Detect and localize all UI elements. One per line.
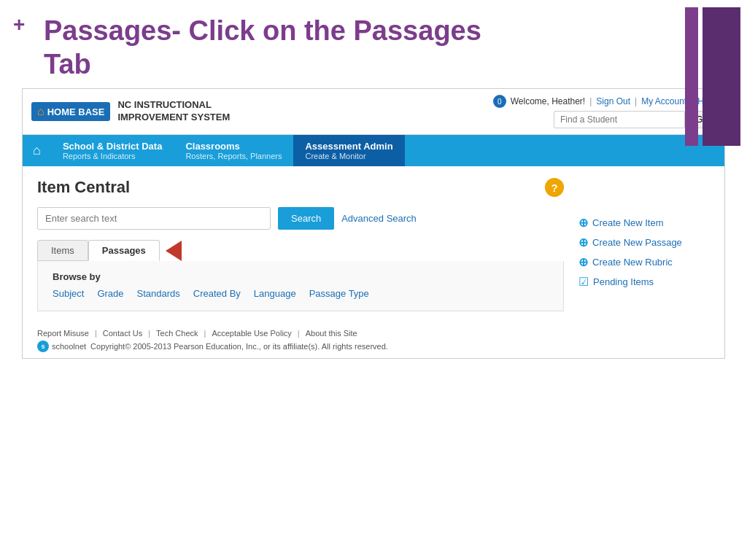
create-passage-label: Create New Passage — [592, 237, 682, 248]
plus-icon-rubric: ⊕ — [578, 255, 588, 269]
create-new-item-link[interactable]: ⊕ Create New Item — [578, 216, 710, 230]
create-item-label: Create New Item — [592, 217, 664, 228]
nav-main-label: School & District Data — [63, 141, 163, 152]
myaccount-link[interactable]: My Account — [641, 96, 686, 106]
search-input[interactable] — [37, 207, 271, 230]
nav-main-label: Classrooms — [185, 141, 282, 152]
footer-acceptable-use[interactable]: Acceptable Use Policy — [212, 329, 291, 338]
nav-sub-label: Rosters, Reports, Planners — [185, 152, 282, 160]
schoolnet-logo: s schoolnet — [37, 341, 86, 352]
pending-items-label: Pending Items — [593, 276, 654, 287]
browse-created-by[interactable]: Created By — [193, 288, 241, 299]
logo-text: HOME BASE — [47, 106, 105, 117]
browse-panel: Browse by Subject Grade Standards Create… — [37, 261, 564, 311]
page-title: Item Central — [37, 178, 130, 197]
right-actions: ⊕ Create New Item ⊕ Create New Passage ⊕… — [578, 178, 710, 311]
nav-sub-label: Create & Monitor — [305, 152, 392, 160]
purple-decoration — [685, 0, 747, 146]
nav-item-school-district[interactable]: School & District Data Reports & Indicat… — [51, 135, 174, 166]
nav-bar: ⌂ School & District Data Reports & Indic… — [23, 135, 724, 166]
browse-language[interactable]: Language — [254, 288, 296, 299]
passages-arrow — [166, 241, 182, 261]
browse-links: Subject Grade Standards Created By Langu… — [53, 288, 549, 299]
tab-items[interactable]: Items — [37, 240, 88, 261]
browse-by-label: Browse by — [53, 271, 549, 282]
top-bar: ⌂ HOME BASE NC INSTRUCTIONAL IMPROVEMENT… — [23, 89, 724, 135]
main-content: Item Central ? Search Advanced Search It… — [23, 166, 724, 323]
slide-title: Passages- Click on the Passages Tab — [44, 15, 725, 81]
footer-contact-us[interactable]: Contact Us — [103, 329, 142, 338]
house-icon: ⌂ — [37, 105, 44, 118]
homebase-logo: ⌂ HOME BASE — [31, 102, 110, 121]
schoolnet-circle-icon: s — [37, 341, 49, 352]
check-icon-pending: ☑ — [578, 275, 589, 289]
browse-passage-type[interactable]: Passage Type — [309, 288, 369, 299]
footer-brand: s schoolnet Copyright© 2005-2013 Pearson… — [37, 341, 710, 352]
layout-row: Item Central ? Search Advanced Search It… — [37, 178, 710, 311]
user-nav: 0 Welcome, Heather! | Sign Out | My Acco… — [493, 95, 716, 108]
logo-area: ⌂ HOME BASE NC INSTRUCTIONAL IMPROVEMENT… — [31, 99, 230, 124]
footer-tech-check[interactable]: Tech Check — [156, 329, 198, 338]
top-right: 0 Welcome, Heather! | Sign Out | My Acco… — [493, 95, 716, 128]
tab-passages[interactable]: Passages — [88, 240, 160, 261]
plus-icon-passage: ⊕ — [578, 236, 588, 249]
schoolnet-text: schoolnet — [52, 342, 86, 351]
nav-home-button[interactable]: ⌂ — [23, 135, 51, 166]
page-title-row: Item Central ? — [37, 178, 564, 197]
tabs-row: Items Passages — [37, 240, 564, 261]
signout-link[interactable]: Sign Out — [596, 96, 630, 106]
plus-icon: + — [13, 13, 25, 36]
help-button[interactable]: ? — [545, 178, 564, 197]
footer: Report Misuse | Contact Us | Tech Check … — [23, 323, 724, 358]
footer-copyright: Copyright© 2005-2013 Pearson Education, … — [90, 342, 388, 351]
footer-report-misuse[interactable]: Report Misuse — [37, 329, 89, 338]
nav-main-label: Assessment Admin — [305, 141, 392, 152]
create-new-rubric-link[interactable]: ⊕ Create New Rubric — [578, 255, 710, 269]
notification-badge[interactable]: 0 — [493, 95, 506, 108]
find-student-input[interactable] — [554, 111, 685, 128]
create-new-passage-link[interactable]: ⊕ Create New Passage — [578, 236, 710, 249]
welcome-text: Welcome, Heather! — [511, 96, 586, 106]
footer-about-site[interactable]: About this Site — [306, 329, 357, 338]
plus-icon-item: ⊕ — [578, 216, 588, 230]
app-container: ⌂ HOME BASE NC INSTRUCTIONAL IMPROVEMENT… — [22, 88, 725, 359]
browse-subject[interactable]: Subject — [53, 288, 84, 299]
nav-item-assessment-admin[interactable]: Assessment Admin Create & Monitor — [293, 135, 404, 166]
nav-sub-label: Reports & Indicators — [63, 152, 163, 160]
left-area: Item Central ? Search Advanced Search It… — [37, 178, 564, 311]
footer-links: Report Misuse | Contact Us | Tech Check … — [37, 329, 710, 338]
browse-standards[interactable]: Standards — [137, 288, 180, 299]
nc-iis-text: NC INSTRUCTIONAL IMPROVEMENT SYSTEM — [117, 99, 230, 124]
create-rubric-label: Create New Rubric — [592, 257, 673, 268]
search-row: Search Advanced Search — [37, 207, 564, 230]
slide-header: + Passages- Click on the Passages Tab — [0, 0, 747, 88]
advanced-search-link[interactable]: Advanced Search — [341, 213, 417, 224]
nav-item-classrooms[interactable]: Classrooms Rosters, Reports, Planners — [174, 135, 293, 166]
browse-grade[interactable]: Grade — [97, 288, 123, 299]
search-button[interactable]: Search — [278, 207, 334, 230]
pending-items-link[interactable]: ☑ Pending Items — [578, 275, 710, 289]
